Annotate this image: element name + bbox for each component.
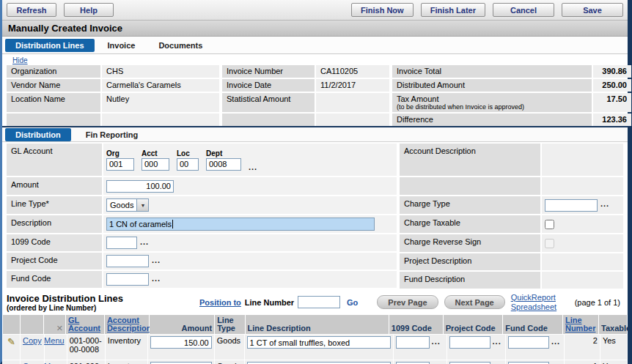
gl-account-lookup-icon[interactable]: ...	[249, 163, 257, 174]
summary-column-totals: Invoice Total 390.86 Distributed Amount …	[392, 65, 631, 126]
app-window: Refresh Help Finish Now Finish Later Can…	[0, 0, 632, 364]
org-input[interactable]	[106, 158, 134, 171]
acct-input[interactable]	[142, 158, 169, 171]
line-type-label: Line Type*	[7, 196, 102, 214]
summary-row: Statistical Amount	[222, 93, 389, 112]
line-type-row: Line Type* Goods ▼	[7, 196, 397, 214]
quick-report-link[interactable]: QuickReport	[511, 293, 556, 302]
lines-title: Invoice Distribution Lines	[7, 293, 194, 304]
gl-account-cell: 001-000-00-0008	[67, 335, 105, 360]
project-code-header-label: Project Code	[446, 324, 496, 333]
copy-link[interactable]: Copy	[23, 336, 42, 345]
charge-type-control: ...	[542, 196, 623, 214]
invoice-number-value: CA110205	[316, 65, 389, 78]
row-1099-lookup-icon[interactable]: ...	[432, 337, 441, 349]
account-description-value	[542, 144, 623, 176]
account-description-label: Account Description	[400, 144, 540, 176]
delete-column-header: ✕	[44, 315, 65, 334]
tab-distribution-lines[interactable]: Distribution Lines	[5, 39, 95, 52]
menu-cell: Menu	[45, 335, 67, 360]
gl-segment-dept: Dept	[206, 149, 241, 171]
row-amount-input[interactable]	[150, 336, 212, 349]
hide-link[interactable]: Hide	[12, 56, 28, 64]
summary-row-empty	[222, 114, 389, 126]
copy-cell: Copy	[21, 335, 44, 360]
row-project-input[interactable]	[449, 336, 490, 349]
charge-taxable-checkbox[interactable]	[545, 220, 554, 229]
tab-invoice[interactable]: Invoice	[98, 39, 146, 52]
chevron-down-icon[interactable]: ▼	[136, 199, 148, 211]
cancel-button[interactable]: Cancel	[493, 3, 554, 17]
empty-value	[102, 114, 219, 126]
save-button[interactable]: Save	[562, 3, 623, 17]
fund-code-header-label: Fund Code	[505, 324, 547, 333]
row-fund-lookup-icon[interactable]: ...	[551, 337, 560, 349]
position-to-link[interactable]: Position to	[199, 298, 241, 307]
amount-input[interactable]	[106, 180, 174, 193]
organization-value: CHS	[102, 65, 219, 78]
gl-account-sort-link[interactable]: GL Account	[68, 316, 102, 333]
report-links: QuickReport Spreadsheet	[511, 293, 556, 312]
fund-code-lookup-icon[interactable]: ...	[152, 274, 161, 286]
summary-row-empty	[7, 114, 219, 126]
next-page-button[interactable]: Next Page	[444, 295, 505, 309]
line-number-sort-link[interactable]: Line Number	[565, 316, 596, 333]
fund-code-input[interactable]	[106, 273, 149, 286]
go-button[interactable]: Go	[347, 298, 358, 307]
summary-row: Location Name Nutley	[7, 93, 219, 112]
dept-label: Dept	[206, 149, 241, 157]
account-description-sort-link[interactable]: Account Description	[107, 316, 152, 333]
row-project-lookup-icon[interactable]: ...	[493, 337, 501, 349]
tab-documents[interactable]: Documents	[148, 39, 213, 52]
row-line-description-input[interactable]	[247, 336, 391, 349]
refresh-button[interactable]: Refresh	[7, 3, 56, 17]
vendor-name-label: Vendor Name	[7, 79, 100, 92]
invoice-number-label: Invoice Number	[222, 65, 315, 78]
description-input[interactable]: 1 CN of caramels	[106, 218, 375, 231]
code-1099-input[interactable]	[106, 237, 137, 249]
menu-link[interactable]: Menu	[44, 336, 65, 345]
help-button[interactable]: Help	[64, 3, 114, 17]
line-type-select[interactable]: Goods ▼	[106, 198, 149, 212]
tab-distribution[interactable]: Distribution	[5, 128, 71, 141]
copy-column-header	[21, 315, 43, 334]
charge-type-input[interactable]	[545, 199, 598, 212]
code-1099-label: 1099 Code	[7, 234, 102, 251]
code-1099-header: 1099 Code	[389, 315, 443, 334]
project-code-cell: ...	[447, 360, 505, 364]
account-description-cell: Inventory	[106, 335, 147, 360]
acct-label: Acct	[142, 149, 169, 157]
loc-input[interactable]	[177, 158, 199, 171]
edit-pencil-icon[interactable]: ✎	[7, 336, 15, 347]
position-line-number-label: Line Number	[245, 298, 294, 307]
line-number-cell: 1	[565, 360, 599, 364]
finish-now-button[interactable]: Finish Now	[351, 3, 414, 17]
lines-section-header: Invoice Distribution Lines (ordered by L…	[2, 289, 628, 314]
row-1099-input[interactable]	[396, 336, 430, 349]
gl-account-header: GL Account	[66, 315, 104, 334]
project-code-input[interactable]	[106, 255, 149, 267]
delete-icon[interactable]: ✕	[56, 324, 63, 333]
project-code-lookup-icon[interactable]: ...	[152, 256, 161, 267]
summary-grid: Organization CHS Vendor Name Carmella's …	[7, 65, 623, 126]
spreadsheet-link[interactable]: Spreadsheet	[511, 302, 556, 312]
empty-label	[222, 114, 315, 126]
finish-later-button[interactable]: Finish Later	[421, 3, 485, 17]
project-description-label: Project Description	[400, 253, 540, 270]
invoice-total-label: Invoice Total	[392, 65, 592, 78]
position-line-number-input[interactable]	[298, 296, 340, 308]
charge-type-lookup-icon[interactable]: ...	[600, 199, 609, 211]
tab-fin-reporting[interactable]: Fin Reporting	[76, 128, 149, 141]
row-fund-input[interactable]	[508, 336, 549, 349]
code-1099-header-label: 1099 Code	[392, 324, 432, 333]
amount-header-label: Amount	[182, 324, 213, 333]
summary-row: Invoice Total 390.86	[392, 65, 631, 78]
prev-page-button[interactable]: Prev Page	[377, 295, 438, 309]
gl-segment-acct: Acct	[142, 149, 169, 171]
edit-cell: ✎	[3, 335, 20, 360]
distributed-amount-value: 250.00	[593, 79, 631, 92]
spacer-row	[400, 177, 623, 195]
code-1099-lookup-icon[interactable]: ...	[140, 237, 149, 249]
dept-input[interactable]	[206, 158, 241, 171]
position-to-controls: Position to Line Number Go	[199, 296, 358, 308]
